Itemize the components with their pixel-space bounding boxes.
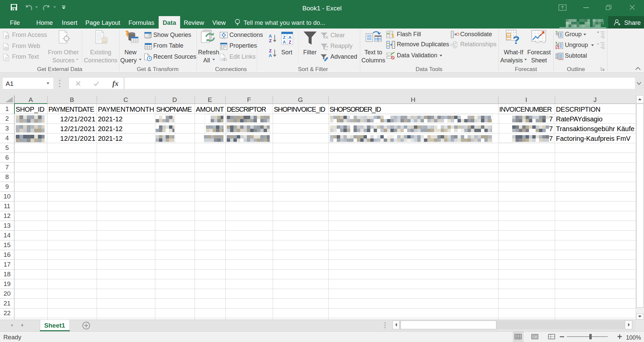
svg-text:A: A	[6, 36, 8, 39]
svg-text:Z: Z	[269, 49, 272, 53]
svg-text:Z: Z	[283, 35, 286, 40]
svg-text:Z: Z	[269, 38, 272, 43]
svg-text:A: A	[269, 53, 272, 58]
svg-text:A: A	[269, 34, 272, 39]
svg-text:A: A	[283, 40, 286, 45]
svg-text:Z: Z	[289, 40, 291, 45]
svg-text:A: A	[288, 35, 292, 40]
svg-text:?: ?	[513, 34, 520, 46]
